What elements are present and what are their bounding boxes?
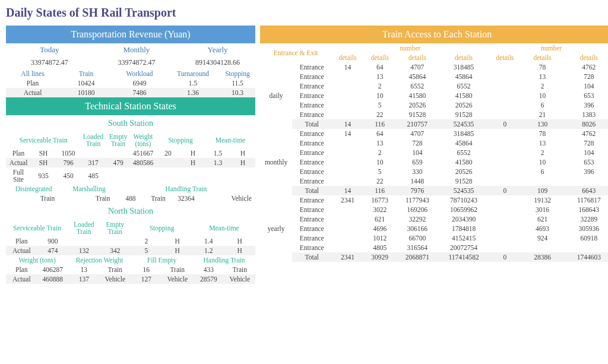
cell: H [180,148,205,158]
cell: 396 [564,100,608,110]
cell [489,176,521,186]
cell: 1177943 [396,195,439,205]
cell: 41580 [396,91,439,100]
cell [230,167,255,184]
cell: 2 [364,148,396,157]
cell: 1.3 [205,158,230,167]
cell: Vehicle [224,274,256,284]
cell: 104 [396,148,439,157]
cell: 78710243 [439,195,489,205]
cell [61,194,89,203]
table-row: monthlyEntrance14644707318485784762 [260,129,608,138]
cell [331,157,363,167]
cell: 6552 [439,81,489,91]
col: Mean-time [205,132,255,148]
cell: 306166 [396,224,439,233]
cell [6,194,34,203]
cell [489,205,521,214]
cell: 132 [68,246,100,255]
cell: 104 [564,81,608,91]
table-row: Entrance62132292203439062132289 [260,214,608,224]
col-stopping: Stopping [220,69,255,78]
cell: 104 [564,148,608,157]
table-row: Entrance3022169206106599623016168643 [260,205,608,214]
cell: 6643 [564,186,608,195]
entrance-label: Entrance [292,91,331,100]
cell: 6 [521,100,563,110]
cell [106,148,131,158]
table-row: Entrance480531656420072754 [260,243,608,252]
cell: 14 [331,186,363,195]
cell: 41580 [439,157,489,167]
cell: 2068871 [396,252,439,262]
table-row: Actual4741323425H1.2H [6,246,255,255]
cell [489,167,521,176]
north-title: North Station [6,203,255,220]
cell: 318485 [439,129,489,138]
cell: 621 [364,214,396,224]
cell: 433 [193,265,224,274]
cell [489,214,521,224]
cell: 5 [131,246,162,255]
col: Empty Train [100,220,131,236]
cell: H [162,246,194,255]
cell [331,224,363,233]
cell: 11.5 [220,78,255,88]
total-row: Total1411621075752453501308026 [260,119,608,129]
cell: 1383 [564,110,608,119]
col: Handling Train [193,255,255,265]
cell: Train [100,265,131,274]
cell: 4762 [564,62,608,72]
cell: Train [144,194,172,203]
cell: 0 [489,252,521,262]
cell: 21 [521,110,563,119]
cell: 6 [521,167,563,176]
cell: 924 [521,233,563,243]
cell: Plan [6,236,37,246]
total-row: Total14116797652453501096643 [260,186,608,195]
cell: 1448 [396,176,439,186]
entrance-label: Entrance [292,214,331,224]
cell: 0 [489,119,521,129]
cell: 2034390 [439,214,489,224]
cell: 91528 [439,110,489,119]
cell [156,167,180,184]
cell: 728 [396,138,439,148]
cell [331,100,363,110]
col-details: details [521,53,563,62]
cell: 16773 [364,195,396,205]
page-title: Daily States of SH Rail Transport [6,6,608,20]
cell: 64 [364,129,396,138]
cell: H [224,246,256,255]
cell: 137 [68,274,100,284]
cell: 91528 [439,176,489,186]
cell: 168643 [564,205,608,214]
cell [156,158,180,167]
cell: 22 [364,110,396,119]
cell: 10659962 [439,205,489,214]
cell: 10424 [59,78,113,88]
cell: 116 [364,186,396,195]
cell: 621 [521,214,563,224]
cell: 4762 [564,129,608,138]
cell: 64 [364,62,396,72]
cell: 10 [521,91,563,100]
cell: 5 [364,100,396,110]
cell: 30929 [364,252,396,262]
period-label: yearly [260,195,292,262]
cell: H [180,158,205,167]
cell: 20072754 [439,243,489,252]
table-row: ActualSH796317479480586H1.3H [6,158,255,167]
cell [331,243,363,252]
cell: 1012 [364,233,396,243]
entrance-label: Entrance [292,138,331,148]
cell: 13 [521,138,563,148]
cell: Actual [6,246,37,255]
cell: 6552 [439,148,489,157]
cell [489,148,521,157]
cell: SH [31,158,56,167]
cell: 2 [364,81,396,91]
entrance-label: Entrance [292,100,331,110]
north-rows1: Plan9002H1.4HActual4741323425H1.2H [6,236,255,255]
col-monthly: Monthly [93,43,180,56]
